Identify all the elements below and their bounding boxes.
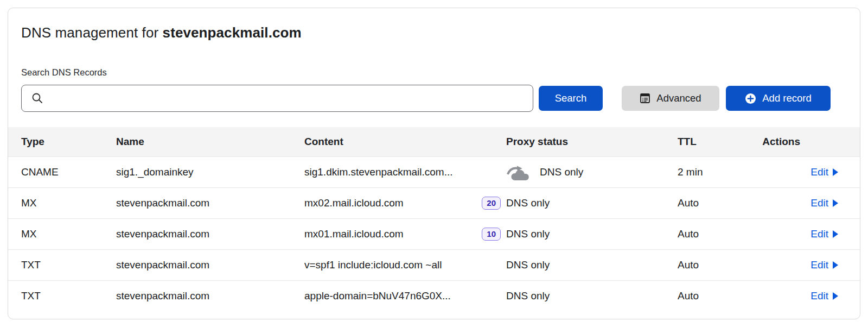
column-header-ttl: TTL <box>678 136 755 148</box>
page-title-domain: stevenpackmail.com <box>163 24 302 41</box>
table-row: TXT stevenpackmail.com apple-domain=bNuV… <box>8 280 860 311</box>
right-triangle-icon <box>833 199 838 207</box>
search-input[interactable] <box>21 85 533 112</box>
add-record-button[interactable]: Add record <box>726 86 831 111</box>
proxy-status-text: DNS only <box>506 228 550 240</box>
record-name: stevenpackmail.com <box>116 197 304 209</box>
edit-label: Edit <box>810 228 828 240</box>
proxy-status-text: DNS only <box>506 290 550 302</box>
search-controls: Search Advanced Add record <box>21 85 860 112</box>
record-ttl: Auto <box>678 259 755 271</box>
record-content: mx02.mail.icloud.com <box>304 197 404 209</box>
record-ttl: Auto <box>678 197 755 209</box>
edit-label: Edit <box>810 166 828 178</box>
record-content: sig1.dkim.stevenpackmail.com... <box>304 166 453 178</box>
right-triangle-icon <box>833 168 838 176</box>
advanced-button-label: Advanced <box>656 92 701 104</box>
edit-record-button[interactable]: Edit <box>810 197 838 209</box>
record-proxy-status: DNS only <box>506 259 678 271</box>
search-box <box>21 85 533 112</box>
proxy-status-text: DNS only <box>506 197 550 209</box>
record-ttl: 2 min <box>678 166 755 178</box>
search-button[interactable]: Search <box>539 86 603 111</box>
dns-records-table: Type Name Content Proxy status TTL Actio… <box>8 127 860 311</box>
edit-record-button[interactable]: Edit <box>810 290 838 302</box>
table-row: MX stevenpackmail.com mx01.mail.icloud.c… <box>8 218 860 249</box>
column-header-proxy-status: Proxy status <box>506 136 678 148</box>
column-header-content: Content <box>304 136 506 148</box>
record-type: MX <box>21 228 116 240</box>
proxy-status-text: DNS only <box>540 166 583 178</box>
search-dns-records-label: Search DNS Records <box>21 67 847 78</box>
edit-label: Edit <box>810 197 828 209</box>
list-document-icon <box>640 93 650 104</box>
record-ttl: Auto <box>678 290 755 302</box>
record-proxy-status: DNS only <box>506 228 678 240</box>
record-name: sig1._domainkey <box>116 166 304 178</box>
table-body: CNAME sig1._domainkey sig1.dkim.stevenpa… <box>8 156 860 311</box>
column-header-actions: Actions <box>755 136 860 148</box>
record-type: TXT <box>21 259 116 271</box>
record-name: stevenpackmail.com <box>116 259 304 271</box>
record-proxy-status: DNS only <box>506 290 678 302</box>
table-row: MX stevenpackmail.com mx02.mail.icloud.c… <box>8 187 860 218</box>
right-triangle-icon <box>833 230 838 238</box>
record-name: stevenpackmail.com <box>116 228 304 240</box>
proxy-status-text: DNS only <box>506 259 550 271</box>
record-ttl: Auto <box>678 228 755 240</box>
edit-record-button[interactable]: Edit <box>810 228 838 240</box>
add-record-button-label: Add record <box>762 92 812 104</box>
page-title-prefix: DNS management for <box>21 24 163 41</box>
record-name: stevenpackmail.com <box>116 290 304 302</box>
record-type: TXT <box>21 290 116 302</box>
right-triangle-icon <box>833 261 838 269</box>
record-content: v=spf1 include:icloud.com ~all <box>304 259 442 271</box>
edit-label: Edit <box>810 259 828 271</box>
right-triangle-icon <box>833 292 838 300</box>
record-content: apple-domain=bNuV47n6G0X... <box>304 290 451 302</box>
table-row: TXT stevenpackmail.com v=spf1 include:ic… <box>8 249 860 280</box>
edit-record-button[interactable]: Edit <box>810 259 838 271</box>
edit-record-button[interactable]: Edit <box>810 166 838 178</box>
dns-management-card: DNS management for stevenpackmail.com Se… <box>8 8 860 319</box>
record-type: CNAME <box>21 166 116 178</box>
edit-label: Edit <box>810 290 828 302</box>
mx-priority-badge: 20 <box>482 197 501 210</box>
table-row: CNAME sig1._domainkey sig1.dkim.stevenpa… <box>8 156 860 187</box>
table-header-row: Type Name Content Proxy status TTL Actio… <box>8 127 860 156</box>
column-header-type: Type <box>21 136 116 148</box>
record-proxy-status: DNS only <box>506 197 678 209</box>
record-type: MX <box>21 197 116 209</box>
record-proxy-status: DNS only <box>506 163 678 181</box>
page-title: DNS management for stevenpackmail.com <box>21 24 847 41</box>
plus-circle-icon <box>745 93 756 104</box>
column-header-name: Name <box>116 136 304 148</box>
mx-priority-badge: 10 <box>482 228 501 241</box>
advanced-button[interactable]: Advanced <box>622 86 719 111</box>
record-content: mx01.mail.icloud.com <box>304 228 404 240</box>
gray-cloud-arrow-icon <box>506 163 532 181</box>
